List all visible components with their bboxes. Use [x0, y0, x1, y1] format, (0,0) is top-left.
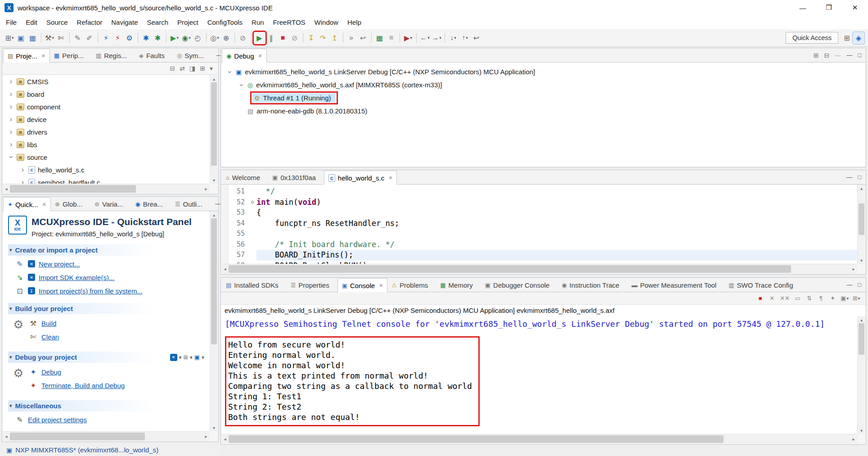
menu-item[interactable]: Source	[42, 16, 72, 28]
program-flash-button[interactable]: ⚡	[100, 32, 112, 44]
console-output[interactable]: [MCUXpresso Semihosting Telnet console f…	[221, 316, 857, 434]
section-create-or-import[interactable]: ▾ Create or import a project	[8, 244, 207, 256]
scroll-right-icon[interactable]: ▸	[850, 434, 857, 444]
scrollbar-thumb[interactable]	[859, 323, 864, 355]
maximize-panel-icon[interactable]: □	[858, 174, 861, 181]
tab-hello-world-s-c[interactable]: c hello_world_s.c ✕	[324, 171, 397, 185]
menu-item[interactable]: File	[1, 16, 21, 28]
maximize-window-button[interactable]: ❐	[816, 0, 842, 15]
import-sdk-examples-button[interactable]: ✱	[152, 32, 164, 44]
expand-arrow-icon[interactable]: ›	[8, 77, 14, 86]
minimize-panel-icon[interactable]: —	[215, 200, 221, 207]
expand-arrow-icon[interactable]: ›	[7, 154, 15, 160]
terminate-icon[interactable]: ■	[756, 293, 765, 303]
tab-instruction-trace[interactable]: ◉ Instruction Trace	[558, 279, 627, 292]
minimize-panel-icon[interactable]: —	[846, 52, 852, 59]
instruction-stepping-button[interactable]: »	[346, 32, 357, 44]
menu-item[interactable]: Project	[173, 16, 203, 28]
quickstart-vscrollbar[interactable]: ▴ ▾	[210, 211, 218, 431]
view-menu-icon[interactable]: ▾	[210, 65, 213, 72]
tab-0x1301f0aa[interactable]: ▣ 0x1301f0aa	[268, 171, 324, 184]
section-debug-your-project[interactable]: ▾ Debug your project ✕▾⊞▾▣▾	[8, 352, 207, 363]
close-tab-icon[interactable]: ✕	[41, 53, 45, 59]
scroll-left-icon[interactable]: ◂	[3, 184, 10, 194]
debug-thread-row[interactable]: ⚙ Thread #1 1 (Running)	[221, 91, 865, 104]
memory-button[interactable]: ▦	[374, 32, 386, 44]
minimize-panel-icon[interactable]: —	[846, 281, 852, 288]
menu-item[interactable]: Help	[343, 16, 366, 28]
menu-item[interactable]: Search	[142, 16, 173, 28]
scroll-right-icon[interactable]: ▸	[202, 184, 210, 194]
editor-body[interactable]: 51 */ 52 ⊖ int main(void) 53 { 54 funcpt…	[221, 185, 857, 264]
remove-all-launches-icon[interactable]: ✕✕	[779, 293, 791, 303]
section-collapse-icon[interactable]: ▾	[9, 403, 12, 409]
filter-icon[interactable]: ⊞	[200, 65, 205, 72]
gui-flash-tool-button[interactable]: ⚙	[124, 32, 135, 44]
back-button[interactable]: ← ▾	[419, 32, 431, 44]
tab-symbols[interactable]: ◎ Sym...	[173, 49, 212, 62]
section-collapse-icon[interactable]: ▾	[9, 247, 12, 253]
profile-button[interactable]: ◴	[192, 32, 204, 44]
expand-arrow-icon[interactable]: ›	[8, 128, 14, 136]
editor-hscrollbar[interactable]: ◂ ▸	[221, 264, 857, 274]
collapse-all-icon[interactable]: ⊟	[824, 52, 829, 59]
forward-button[interactable]: → ▾	[431, 32, 442, 44]
menu-item[interactable]: Navigate	[107, 16, 142, 28]
debug-gdb-row[interactable]: ▤ arm-none-eabi-gdb (8.1.0.20180315)	[221, 104, 865, 117]
debug-launch-row[interactable]: › ▣ evkmimxrt685_hello_world_s LinkServe…	[221, 65, 865, 78]
expand-arrow-icon[interactable]: ›	[8, 103, 14, 111]
run-button[interactable]: ▶ ▾	[169, 32, 180, 44]
scrollbar-thumb[interactable]	[10, 185, 136, 193]
code-area[interactable]: 51 */ 52 ⊖ int main(void) 53 { 54 funcpt…	[229, 185, 857, 264]
tree-item[interactable]: › ▦ drivers	[3, 126, 210, 138]
debug-link[interactable]: Debug	[41, 368, 61, 376]
external-tools-button[interactable]: ▶ ▾	[402, 32, 414, 44]
suspend-button[interactable]: ∥	[265, 32, 277, 44]
scrollbar-thumb[interactable]	[229, 265, 791, 273]
edit-project-settings-link[interactable]: Edit project settings	[28, 416, 87, 424]
expand-arrow-icon[interactable]: ›	[20, 178, 26, 184]
tab-welcome[interactable]: ⌂ Welcome	[222, 171, 268, 184]
tab-project-explorer[interactable]: ▤ Proje... ✕	[3, 49, 50, 63]
tree-item[interactable]: › c hello_world_s.c	[3, 163, 210, 176]
scroll-right-icon[interactable]: ▸	[202, 432, 210, 441]
build-link[interactable]: Build	[41, 320, 56, 327]
tree-item[interactable]: › ▦ board	[3, 88, 210, 100]
close-tab-icon[interactable]: ✕	[42, 202, 46, 208]
tab-debugger-console[interactable]: ▣ Debugger Console	[481, 279, 558, 292]
menu-item[interactable]: ConfigTools	[203, 16, 247, 28]
tab-quickstart[interactable]: ✦ Quick... ✕	[3, 197, 51, 211]
tree-item[interactable]: › ▦ CMSIS	[3, 75, 210, 88]
tab-power-measurement-tool[interactable]: ▬ Power Measurement Tool	[627, 279, 724, 292]
tab-breakpoints[interactable]: ◉ Brea...	[131, 198, 171, 211]
tree-item[interactable]: › ▦ libs	[3, 138, 210, 151]
debug-perspective-button[interactable]: ◈	[853, 32, 864, 44]
tab-registers[interactable]: ▥ Regis...	[92, 49, 135, 62]
menu-item[interactable]: Edit	[21, 16, 42, 28]
scroll-down-icon[interactable]: ▾	[210, 176, 218, 184]
terminate-build-debug-link[interactable]: Terminate, Build and Debug	[41, 382, 125, 389]
tab-properties[interactable]: ☰ Properties	[287, 279, 337, 292]
scroll-up-icon[interactable]: ▴	[858, 316, 865, 323]
tab-installed-sdks[interactable]: ▤ Installed SDKs	[222, 279, 287, 292]
menu-item[interactable]: Refactor	[72, 16, 107, 28]
new-project-wizard-button[interactable]: ✱	[140, 32, 152, 44]
tab-global-variables[interactable]: ⊛ Glob...	[51, 198, 90, 211]
expand-arrow-icon[interactable]: ›	[8, 140, 14, 149]
section-collapse-icon[interactable]: ▾	[9, 354, 12, 360]
close-window-button[interactable]: ✕	[842, 0, 868, 15]
clean-button[interactable]: ✄	[55, 32, 67, 44]
expand-arrow-icon[interactable]: ›	[226, 69, 234, 75]
project-tree-hscrollbar[interactable]: ◂ ▸	[3, 184, 210, 194]
scroll-down-icon[interactable]: ▾	[858, 427, 865, 434]
section-build-your-project[interactable]: ▾ Build your project	[8, 303, 207, 314]
debug-button[interactable]: ◉ ▾	[180, 32, 192, 44]
remove-launch-icon[interactable]: ✕	[767, 293, 777, 303]
save-shortcut-icon[interactable]: ▣	[194, 354, 200, 361]
menu-item[interactable]: FreeRTOS	[269, 16, 310, 28]
scrollbar-thumb[interactable]	[211, 218, 217, 344]
sketch-button[interactable]: ✎	[72, 32, 84, 44]
link-with-editor-icon[interactable]: ⇄	[180, 65, 185, 72]
fold-marker-icon[interactable]: ⊖	[248, 197, 256, 208]
tab-outline[interactable]: ☰ Outli...	[171, 198, 211, 211]
